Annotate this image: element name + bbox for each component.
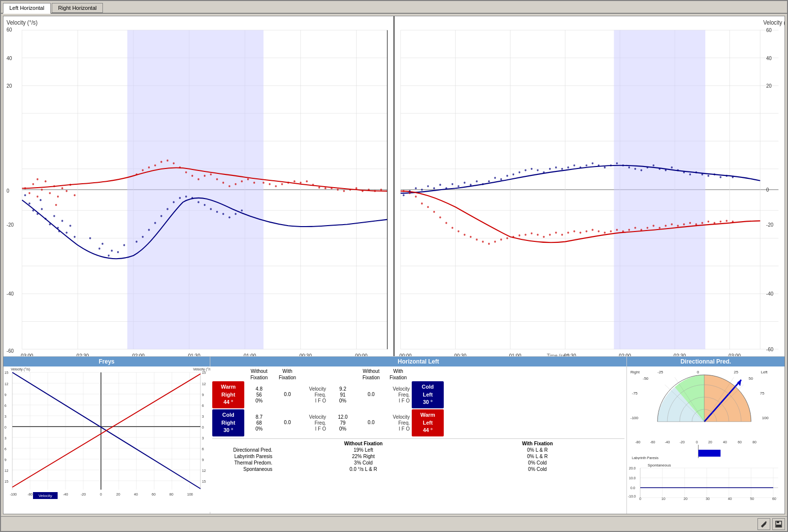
- svg-point-126: [343, 190, 345, 192]
- svg-text:Velocity (°/s): Velocity (°/s): [6, 19, 37, 26]
- svg-point-70: [101, 243, 103, 245]
- svg-point-103: [185, 196, 187, 198]
- svg-point-240: [476, 238, 478, 240]
- svg-point-253: [555, 232, 557, 233]
- tab-left-horizontal[interactable]: Left Horizontal: [3, 3, 51, 14]
- svg-point-214: [653, 165, 655, 166]
- svg-point-249: [531, 233, 533, 234]
- cold-right-ifo2: 0%: [328, 426, 358, 432]
- svg-point-204: [591, 162, 593, 164]
- svg-point-186: [482, 183, 484, 185]
- svg-text:40: 40: [6, 55, 12, 61]
- svg-point-274: [683, 223, 685, 225]
- svg-point-239: [470, 236, 472, 238]
- svg-point-215: [658, 168, 660, 170]
- svg-text:00:00: 00:00: [355, 352, 367, 356]
- summary-header-1: Without Fixation: [276, 441, 451, 446]
- svg-text:-80: -80: [635, 440, 640, 444]
- metric-freq-r: Freq.: [385, 392, 410, 398]
- edit-button[interactable]: [757, 518, 770, 530]
- svg-text:-40: -40: [665, 440, 670, 444]
- svg-text:01:00: 01:00: [244, 352, 256, 356]
- svg-text:-20: -20: [680, 440, 685, 444]
- warm-right-vel4: 0.0: [358, 392, 385, 397]
- svg-point-99: [161, 215, 163, 217]
- svg-point-213: [647, 166, 649, 168]
- metric-freq-2: Freq.: [301, 420, 326, 426]
- svg-point-257: [580, 232, 582, 233]
- svg-point-89: [222, 182, 224, 184]
- svg-point-269: [653, 225, 655, 227]
- left-chart: Velocity (°/s) 60 -60 0: [3, 16, 394, 356]
- svg-text:Velocity (°/s): Velocity (°/s): [11, 367, 30, 371]
- svg-text:Time (sec): Time (sec): [547, 352, 569, 356]
- svg-text:-40: -40: [6, 291, 14, 297]
- svg-point-44: [49, 192, 51, 194]
- svg-point-43: [45, 180, 47, 182]
- svg-text:10: 10: [661, 497, 665, 500]
- svg-point-79: [161, 161, 163, 163]
- svg-point-279: [714, 222, 716, 224]
- svg-point-53: [24, 194, 26, 196]
- svg-text:15: 15: [202, 371, 206, 374]
- svg-point-224: [714, 173, 716, 175]
- svg-text:-40: -40: [766, 291, 773, 297]
- svg-point-77: [148, 166, 150, 168]
- svg-point-219: [683, 171, 685, 173]
- save-button[interactable]: [772, 518, 785, 530]
- warm-left-box: Warm Left 44 °: [412, 409, 444, 436]
- right-chart: Velocity (°/s): [394, 16, 785, 356]
- svg-point-258: [586, 230, 588, 232]
- svg-point-282: [732, 221, 734, 223]
- svg-text:-10.0: -10.0: [628, 495, 636, 498]
- svg-point-101: [173, 201, 175, 203]
- tab-right-horizontal[interactable]: Right Horizontal: [52, 3, 103, 13]
- svg-point-178: [433, 187, 435, 189]
- svg-point-193: [525, 169, 526, 171]
- svg-text:3: 3: [202, 415, 204, 418]
- svg-point-123: [325, 187, 327, 189]
- therm-pred-val2: 0% Cold: [451, 460, 625, 466]
- svg-point-182: [458, 185, 460, 187]
- svg-point-73: [117, 251, 119, 253]
- svg-text:0: 0: [697, 370, 699, 374]
- svg-point-197: [549, 168, 551, 170]
- svg-point-276: [695, 223, 697, 225]
- svg-point-192: [519, 171, 521, 173]
- svg-point-122: [318, 187, 320, 189]
- svg-point-97: [148, 229, 150, 231]
- svg-point-51: [36, 178, 38, 180]
- svg-point-75: [135, 173, 137, 175]
- svg-point-116: [281, 183, 283, 185]
- svg-point-208: [616, 162, 618, 164]
- svg-point-95: [135, 241, 137, 243]
- svg-text:01:00: 01:00: [509, 352, 522, 356]
- svg-point-196: [543, 171, 545, 173]
- metric-vel: Velocity: [301, 386, 326, 392]
- col-subheader-4: Fixation: [385, 375, 412, 380]
- svg-text:20: 20: [684, 497, 688, 500]
- svg-text:20: 20: [6, 82, 12, 89]
- svg-text:20.0: 20.0: [629, 466, 636, 470]
- warm-right-vel1: 4.8: [244, 386, 274, 392]
- svg-point-238: [463, 233, 465, 235]
- semicircle-svg: Right Left -25 0 25 -50 50 -75 75 -100 1…: [628, 367, 781, 436]
- svg-point-267: [640, 229, 642, 231]
- svg-text:02:00: 02:00: [619, 352, 631, 356]
- svg-text:12: 12: [4, 382, 8, 386]
- svg-point-184: [470, 184, 472, 186]
- svg-text:15: 15: [4, 371, 8, 374]
- metric-ifo-2: I F O: [301, 426, 326, 432]
- svg-point-275: [689, 222, 691, 224]
- spontaneous-val2: 0% Cold: [451, 466, 625, 472]
- svg-text:01:30: 01:30: [188, 352, 200, 356]
- svg-point-201: [573, 165, 575, 166]
- svg-text:Right: Right: [630, 370, 640, 374]
- svg-point-54: [29, 202, 31, 204]
- svg-text:20: 20: [116, 493, 120, 496]
- svg-point-119: [300, 182, 302, 184]
- svg-text:6: 6: [4, 404, 6, 407]
- svg-text:0.0: 0.0: [630, 486, 635, 490]
- svg-point-216: [665, 169, 667, 171]
- svg-point-96: [142, 236, 144, 238]
